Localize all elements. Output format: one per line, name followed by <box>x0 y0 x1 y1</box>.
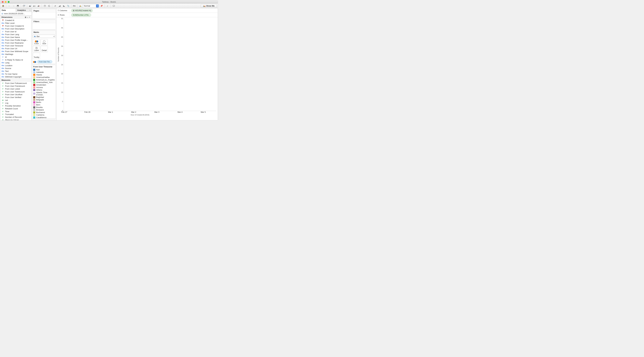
dimension-field[interactable]: AbcSource <box>0 67 32 70</box>
legend-item[interactable]: Adelaide <box>32 71 56 73</box>
logo-icon[interactable] <box>1 4 5 8</box>
highlight-icon[interactable] <box>106 4 110 8</box>
legend-item[interactable]: Athens <box>32 89 56 91</box>
measure-field[interactable]: #From User Utcoffset <box>0 93 32 96</box>
swap-icon[interactable] <box>53 4 57 8</box>
rows-shelf[interactable]: ≡Rows SUM(Number of Re.. <box>56 13 218 17</box>
color-pill[interactable]: From User Tim.. <box>37 60 52 63</box>
columns-pill[interactable]: ⊞HOUR(Created At) <box>71 9 93 12</box>
fit-icon[interactable] <box>78 4 82 8</box>
dimension-field[interactable]: AbcLocation <box>0 64 32 67</box>
legend-item[interactable]: Brasilia <box>32 106 56 109</box>
legend-item[interactable]: Bern <box>32 103 56 106</box>
dimensions-tools-icon[interactable]: ▦ ⌕ ▾ <box>25 16 30 18</box>
dimension-field[interactable]: AbcFilter Level <box>0 22 32 24</box>
pin-icon[interactable]: 📌 <box>100 4 104 8</box>
dimension-field[interactable]: AbcFrom User Timezone <box>0 44 32 47</box>
legend-item[interactable]: Casablanca <box>32 116 56 119</box>
labels-icon[interactable]: Abc <box>72 4 76 8</box>
detail-button[interactable]: Detail <box>41 46 48 52</box>
dimension-field[interactable]: AbcLang <box>0 61 32 64</box>
legend-item[interactable]: America/Halifax <box>32 76 56 78</box>
datasource-item[interactable]: ⊟ mmr-20150225-20150… <box>0 12 32 15</box>
new-datasource-icon[interactable]: + <box>22 4 26 8</box>
measure-field[interactable]: #From User Followercount <box>0 82 32 85</box>
connect-icon[interactable] <box>43 4 47 8</box>
svg-rect-28 <box>81 6 81 7</box>
dimension-field[interactable]: AbcHashtags <box>0 53 32 56</box>
legend-item[interactable]: Null <box>32 68 56 71</box>
measure-field[interactable]: #From User Friendcount <box>0 85 32 87</box>
show-me-button[interactable]: Show Me <box>201 4 217 8</box>
measure-field[interactable]: #From User Tweetcount <box>0 90 32 93</box>
legend-item[interactable]: Canberra <box>32 114 56 116</box>
dimension-field[interactable]: AbcFrom User Realname <box>0 41 32 44</box>
legend-item[interactable]: Baghdad <box>32 96 56 98</box>
measure-field[interactable]: ⊕Lat <box>0 99 32 102</box>
clear-sheet-icon[interactable]: × <box>37 4 41 8</box>
legend-item[interactable]: Belgrade <box>32 98 56 101</box>
sort-desc-icon[interactable] <box>62 4 66 8</box>
measure-field[interactable]: #Measure Values <box>0 119 32 120</box>
measure-field[interactable]: #Retweet Count <box>0 107 32 110</box>
legend-item[interactable]: Arizona <box>32 86 56 89</box>
svg-point-19 <box>44 5 46 6</box>
measure-field[interactable]: #From User Verified <box>0 96 32 99</box>
measure-field[interactable]: #Number of Records <box>0 116 32 119</box>
size-button[interactable]: ◯Size <box>41 39 48 45</box>
mark-type-select[interactable]: Bar▾ <box>33 35 55 38</box>
measures-header: Measures <box>0 78 32 82</box>
tab-data[interactable]: Data <box>0 8 16 12</box>
presentation-icon[interactable] <box>112 4 116 8</box>
chart[interactable]: Number of Records 05101520253035404550 F… <box>56 17 218 120</box>
dimension-field[interactable]: AbcFrom User Profile Image… <box>0 39 32 41</box>
new-worksheet-icon[interactable]: + <box>28 4 32 8</box>
back-icon[interactable]: ← <box>7 4 11 8</box>
refresh-icon[interactable] <box>47 4 51 8</box>
dimension-field[interactable]: AbcText <box>0 70 32 73</box>
label-button[interactable]: Abc123Label <box>33 46 40 52</box>
legend-item[interactable]: Berlin <box>32 101 56 103</box>
legend-item[interactable]: Amsterdam <box>32 84 56 86</box>
measure-field[interactable]: #Lng <box>0 102 32 104</box>
dimension-field[interactable]: AbcWithheld Copyright <box>0 75 32 78</box>
columns-shelf[interactable]: ⦙⦙⦙Columns ⊞HOUR(Created At) <box>56 8 218 13</box>
dimension-field[interactable]: AbcFrom User Lang <box>0 33 32 36</box>
columns-icon: ⦙⦙⦙ <box>58 9 59 12</box>
dimension-field[interactable]: AbcFrom User Name <box>0 36 32 39</box>
legend-item[interactable]: Brisbane <box>32 109 56 111</box>
legend-item[interactable]: America/Los_Angeles <box>32 78 56 81</box>
dimension-field[interactable]: #From User Id <box>0 30 32 33</box>
field-type-icon: # <box>2 102 4 104</box>
legend-item[interactable]: Alaska <box>32 73 56 76</box>
dimension-field[interactable]: AbcFrom User Url <box>0 47 32 50</box>
filters-shelf[interactable]: Filters <box>32 20 56 29</box>
sort-asc-icon[interactable] <box>58 4 62 8</box>
measure-field[interactable]: #Truncated <box>0 113 32 116</box>
dimension-field[interactable]: AbcFrom User Description <box>0 27 32 30</box>
legend-item[interactable]: Bucharest <box>32 111 56 114</box>
dimension-field[interactable]: #Id <box>0 56 32 58</box>
dimension-field[interactable]: 📅From User Created At <box>0 24 32 27</box>
fit-select[interactable]: Normal▾ <box>83 4 99 8</box>
attach-icon[interactable]: 📎 <box>66 4 70 8</box>
pages-shelf[interactable]: Pages <box>32 9 56 19</box>
field-type-icon: Abc <box>2 39 4 41</box>
measure-field[interactable]: #From User Listed <box>0 87 32 90</box>
forward-icon[interactable]: → <box>12 4 16 8</box>
legend-item[interactable]: America/New_York <box>32 81 56 84</box>
save-icon[interactable] <box>16 4 20 8</box>
tooltip-button[interactable]: Tooltip <box>33 53 40 59</box>
rows-pill[interactable]: SUM(Number of Re.. <box>71 13 91 17</box>
measure-field[interactable]: #Time <box>0 110 32 113</box>
duplicate-sheet-icon[interactable] <box>32 4 36 8</box>
dimension-field[interactable]: #In Reply To Status Id <box>0 58 32 61</box>
dimension-field[interactable]: AbcFrom User Withheld Scope <box>0 50 32 53</box>
x-tick-label: Mar 1 <box>108 111 113 113</box>
dimension-field[interactable]: 📅Created At <box>0 19 32 22</box>
legend-item[interactable]: Atlantic Time (Canad.. <box>32 91 56 96</box>
tab-analytics[interactable]: Analytics≡ <box>16 8 32 12</box>
color-button[interactable]: ⬤⬤Color <box>33 39 40 45</box>
measure-field[interactable]: #Possibly Sensitive <box>0 104 32 107</box>
dimension-field[interactable]: AbcTo User Name <box>0 73 32 75</box>
